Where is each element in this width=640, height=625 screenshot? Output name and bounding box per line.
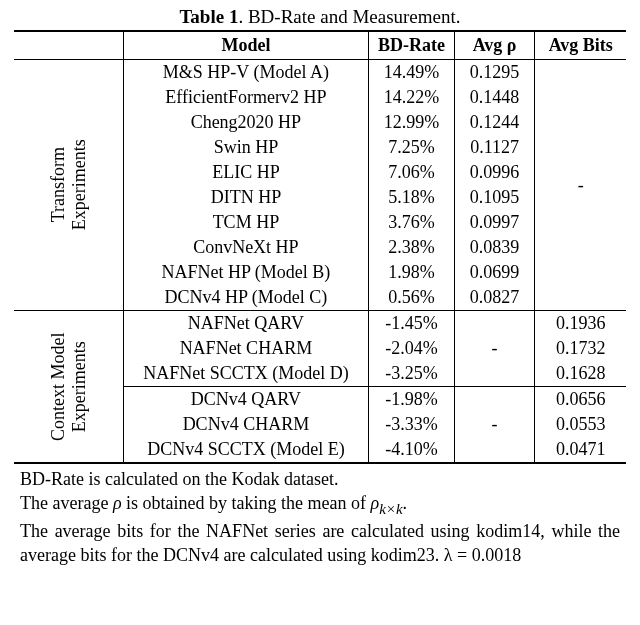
cell-bits: 0.0471 bbox=[535, 437, 626, 463]
group-context-l1: Context Model bbox=[48, 332, 68, 441]
caption-lead: Table 1 bbox=[179, 6, 238, 27]
col-bits: Avg Bits bbox=[535, 31, 626, 60]
cell-bits: 0.1628 bbox=[535, 361, 626, 387]
col-group-blank bbox=[14, 31, 123, 60]
cell-bd: -4.10% bbox=[369, 437, 454, 463]
cell-model: DCNv4 HP (Model C) bbox=[123, 285, 369, 311]
cell-model: NAFNet SCCTX (Model D) bbox=[123, 361, 369, 387]
group-transform-l1: Transform bbox=[48, 147, 68, 222]
cell-model: ConvNeXt HP bbox=[123, 235, 369, 260]
cell-model: Cheng2020 HP bbox=[123, 110, 369, 135]
footnote-2: The average ρ is obtained by taking the … bbox=[20, 492, 620, 519]
cell-bd: -3.25% bbox=[369, 361, 454, 387]
cell-bd: 5.18% bbox=[369, 185, 454, 210]
cell-bd: 7.06% bbox=[369, 160, 454, 185]
cell-bd: 14.49% bbox=[369, 60, 454, 86]
footnote-2-a: The average bbox=[20, 493, 113, 513]
cell-model: NAFNet QARV bbox=[123, 311, 369, 337]
cell-bd: 14.22% bbox=[369, 85, 454, 110]
rho-symbol: ρ bbox=[113, 493, 122, 513]
cell-bits: 0.1732 bbox=[535, 336, 626, 361]
group-transform-l2: Experiments bbox=[68, 139, 88, 230]
cell-rho: 0.0996 bbox=[454, 160, 535, 185]
cell-model: DCNv4 QARV bbox=[123, 387, 369, 413]
cell-rho: 0.0827 bbox=[454, 285, 535, 311]
group-context-label: Context Model Experiments bbox=[14, 311, 123, 464]
cell-bd: 7.25% bbox=[369, 135, 454, 160]
cell-rho: 0.1244 bbox=[454, 110, 535, 135]
cell-model: NAFNet CHARM bbox=[123, 336, 369, 361]
cell-rho: 0.0699 bbox=[454, 260, 535, 285]
cell-model: DITN HP bbox=[123, 185, 369, 210]
cell-rho: 0.1448 bbox=[454, 85, 535, 110]
cell-bd: 3.76% bbox=[369, 210, 454, 235]
cell-model: EfficientFormerv2 HP bbox=[123, 85, 369, 110]
cell-bd: 12.99% bbox=[369, 110, 454, 135]
cell-model: DCNv4 SCCTX (Model E) bbox=[123, 437, 369, 463]
table-caption: Table 1. BD-Rate and Measurement. bbox=[14, 6, 626, 28]
cell-model: DCNv4 CHARM bbox=[123, 412, 369, 437]
cell-bd: -1.98% bbox=[369, 387, 454, 413]
cell-rho-dash-dcn: - bbox=[454, 387, 535, 464]
cell-rho: 0.0997 bbox=[454, 210, 535, 235]
cell-bits-dash-transform: - bbox=[535, 60, 626, 311]
cell-bits: 0.1936 bbox=[535, 311, 626, 337]
table-row: Context Model Experiments NAFNet QARV -1… bbox=[14, 311, 626, 337]
table-header-row: Model BD-Rate Avg ρ Avg Bits bbox=[14, 31, 626, 60]
footnote-1: BD-Rate is calculated on the Kodak datas… bbox=[20, 468, 620, 491]
table-footnotes: BD-Rate is calculated on the Kodak datas… bbox=[14, 468, 626, 567]
col-bd: BD-Rate bbox=[369, 31, 454, 60]
cell-bd: 0.56% bbox=[369, 285, 454, 311]
cell-rho: 0.0839 bbox=[454, 235, 535, 260]
col-model: Model bbox=[123, 31, 369, 60]
results-table: Model BD-Rate Avg ρ Avg Bits Transform E… bbox=[14, 30, 626, 464]
cell-bd: -3.33% bbox=[369, 412, 454, 437]
caption-text: . BD-Rate and Measurement. bbox=[238, 6, 460, 27]
cell-model: NAFNet HP (Model B) bbox=[123, 260, 369, 285]
cell-model: ELIC HP bbox=[123, 160, 369, 185]
cell-rho: 0.1127 bbox=[454, 135, 535, 160]
cell-rho: 0.1295 bbox=[454, 60, 535, 86]
group-transform-label: Transform Experiments bbox=[14, 60, 123, 311]
cell-rho: 0.1095 bbox=[454, 185, 535, 210]
rho-symbol-sub: ρ bbox=[371, 493, 380, 513]
footnote-2-b: is obtained by taking the mean of bbox=[122, 493, 371, 513]
cell-model: Swin HP bbox=[123, 135, 369, 160]
cell-bd: -1.45% bbox=[369, 311, 454, 337]
cell-model: M&S HP-V (Model A) bbox=[123, 60, 369, 86]
cell-bits: 0.0553 bbox=[535, 412, 626, 437]
rho-subscript: k×k bbox=[379, 501, 402, 517]
table-row: Transform Experiments M&S HP-V (Model A)… bbox=[14, 60, 626, 86]
cell-model: TCM HP bbox=[123, 210, 369, 235]
footnote-3: The average bits for the NAFNet series a… bbox=[20, 520, 620, 567]
cell-bits: 0.0656 bbox=[535, 387, 626, 413]
cell-bd: -2.04% bbox=[369, 336, 454, 361]
footnote-2-c: . bbox=[403, 493, 408, 513]
cell-rho-dash-naf: - bbox=[454, 311, 535, 387]
col-rho: Avg ρ bbox=[454, 31, 535, 60]
cell-bd: 2.38% bbox=[369, 235, 454, 260]
group-context-l2: Experiments bbox=[68, 341, 88, 432]
cell-bd: 1.98% bbox=[369, 260, 454, 285]
